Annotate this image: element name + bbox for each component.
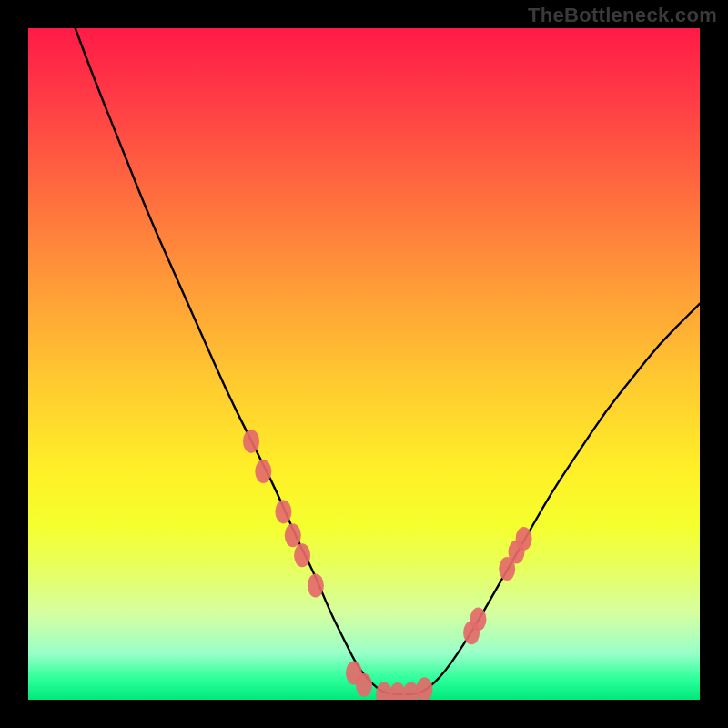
watermark-text: TheBottleneck.com [528,4,717,27]
data-point [285,523,301,547]
data-point [255,460,271,483]
data-point [243,430,259,453]
plot-area [28,28,700,700]
data-point [356,673,372,697]
data-points-group [243,430,532,700]
chart-frame: TheBottleneck.com [0,0,728,728]
data-point [308,574,324,598]
data-point [470,607,487,631]
data-point [416,677,432,700]
data-point [516,527,532,551]
dots-layer [28,28,700,700]
data-point [294,543,310,567]
data-point [275,500,291,523]
